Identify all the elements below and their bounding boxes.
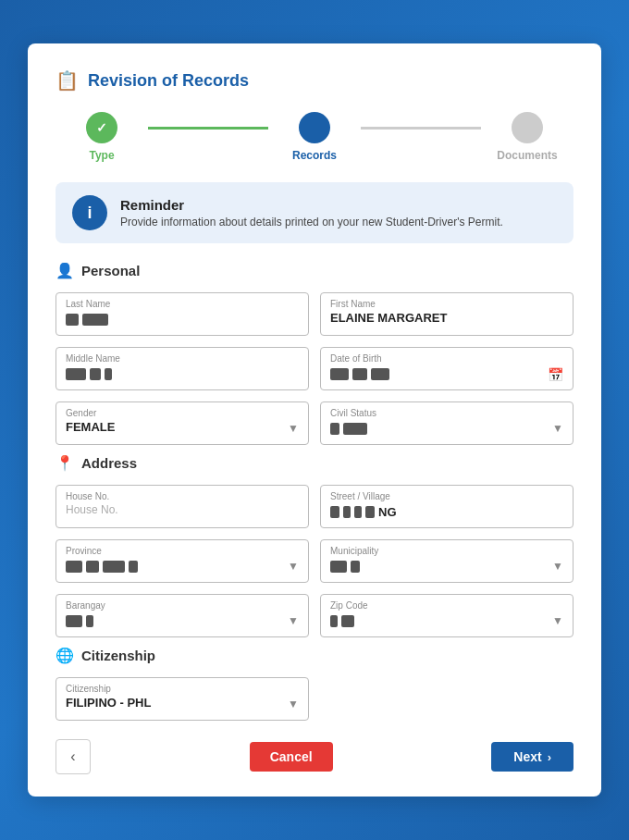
citizenship-chevron-icon: ▼ <box>288 698 299 710</box>
redacted-block <box>66 561 82 573</box>
barangay-field[interactable]: Barangay ▼ <box>56 594 309 637</box>
redacted-block <box>105 368 112 380</box>
next-label: Next <box>513 749 541 764</box>
dob-label: Date of Birth <box>330 353 563 364</box>
step-type-label: Type <box>89 149 114 162</box>
redacted-block <box>90 368 101 380</box>
card-title: Revision of Records <box>88 71 249 91</box>
citizenship-title: Citizenship <box>81 648 155 663</box>
gender-label: Gender <box>66 408 299 418</box>
gender-field[interactable]: Gender FEMALE ▼ <box>56 401 309 445</box>
dob-value <box>330 365 563 382</box>
citizenship-grid: Citizenship FILIPINO - PHL ▼ <box>56 677 574 721</box>
last-name-field: Last Name <box>56 292 309 336</box>
step-documents-label: Documents <box>497 149 557 162</box>
stepper: ✓ Type Records Documents <box>56 112 574 162</box>
last-name-label: Last Name <box>66 299 299 309</box>
street-label: Street / Village <box>330 491 563 501</box>
first-name-value: ELAINE MARGARET <box>330 311 563 327</box>
main-card: 📋 Revision of Records ✓ Type Records Doc… <box>28 43 601 797</box>
address-section: 📍 Address House No. House No. Street / V… <box>56 454 574 637</box>
footer: ‹ Cancel Next › <box>56 739 574 774</box>
redacted-block <box>66 368 86 380</box>
municipality-value <box>330 558 563 574</box>
next-button[interactable]: Next › <box>491 742 574 772</box>
municipality-field[interactable]: Municipality ▼ <box>320 539 574 583</box>
citizenship-value: FILIPINO - PHL <box>66 696 299 712</box>
gender-chevron-icon: ▼ <box>288 422 299 435</box>
redacted-block <box>129 561 138 573</box>
redacted-block <box>365 506 375 518</box>
personal-section-header: 👤 Personal <box>56 262 574 279</box>
card-header: 📋 Revision of Records <box>56 69 574 92</box>
municipality-label: Municipality <box>330 546 563 556</box>
zip-code-label: Zip Code <box>330 600 563 611</box>
redacted-block <box>343 506 351 518</box>
redacted-block <box>330 561 347 573</box>
gender-value: FEMALE <box>66 420 299 437</box>
personal-icon: 👤 <box>56 262 74 279</box>
reminder-content: Reminder Provide information about detai… <box>120 197 503 229</box>
citizenship-field[interactable]: Citizenship FILIPINO - PHL ▼ <box>56 677 309 721</box>
citizenship-label: Citizenship <box>66 684 299 694</box>
house-no-label: House No. <box>66 491 299 501</box>
cancel-button[interactable]: Cancel <box>250 742 333 772</box>
municipality-chevron-icon: ▼ <box>552 560 563 573</box>
street-field[interactable]: Street / Village NG <box>320 485 574 528</box>
civil-status-field[interactable]: Civil Status ▼ <box>320 401 574 445</box>
province-chevron-icon: ▼ <box>288 560 299 573</box>
calendar-icon[interactable]: 📅 <box>548 367 563 382</box>
redacted-block <box>82 314 108 326</box>
redacted-block <box>351 561 360 573</box>
first-name-field: First Name ELAINE MARGARET <box>320 292 574 336</box>
civil-status-chevron-icon: ▼ <box>552 422 563 435</box>
barangay-label: Barangay <box>66 600 299 611</box>
dob-field[interactable]: Date of Birth 📅 <box>320 347 574 390</box>
reminder-box: i Reminder Provide information about det… <box>56 182 574 243</box>
redacted-block <box>66 314 79 326</box>
last-name-value <box>66 311 299 327</box>
citizenship-icon: 🌐 <box>56 647 74 664</box>
redacted-block <box>330 506 339 518</box>
zip-code-field[interactable]: Zip Code ▼ <box>320 594 574 637</box>
personal-grid: Last Name First Name ELAINE MARGARET Mid… <box>56 292 574 445</box>
zip-code-chevron-icon: ▼ <box>552 614 563 627</box>
step-line-2 <box>361 127 481 130</box>
redacted-block <box>66 615 82 627</box>
street-suffix: NG <box>378 505 397 519</box>
step-documents-circle <box>512 112 543 143</box>
step-records-circle <box>299 112 330 143</box>
step-type-circle: ✓ <box>86 112 117 143</box>
civil-status-value <box>330 420 563 437</box>
redacted-block <box>352 368 367 380</box>
middle-name-label: Middle Name <box>66 353 299 364</box>
address-section-header: 📍 Address <box>56 454 574 472</box>
redacted-block <box>354 506 362 518</box>
redacted-block <box>103 561 125 573</box>
province-field[interactable]: Province ▼ <box>56 539 309 583</box>
redacted-block <box>371 368 389 380</box>
zip-code-value <box>330 612 563 629</box>
back-button[interactable]: ‹ <box>56 739 91 774</box>
house-no-value: House No. <box>66 503 299 520</box>
middle-name-field: Middle Name <box>56 347 309 390</box>
step-line-1 <box>148 127 268 130</box>
reminder-icon: i <box>72 195 107 230</box>
address-grid: House No. House No. Street / Village NG … <box>56 485 574 637</box>
redacted-block <box>343 423 367 435</box>
house-no-field[interactable]: House No. House No. <box>56 485 309 528</box>
redacted-block <box>341 615 354 627</box>
header-icon: 📋 <box>56 69 79 92</box>
step-records: Records <box>268 112 361 162</box>
redacted-block <box>330 423 339 435</box>
redacted-block <box>86 615 93 627</box>
personal-title: Personal <box>81 263 140 278</box>
address-icon: 📍 <box>56 454 74 472</box>
civil-status-label: Civil Status <box>330 408 563 418</box>
middle-name-value <box>66 365 299 382</box>
step-type: ✓ Type <box>56 112 148 162</box>
redacted-block <box>330 368 349 380</box>
citizenship-section: 🌐 Citizenship Citizenship FILIPINO - PHL… <box>56 647 574 721</box>
barangay-value <box>66 612 299 629</box>
barangay-chevron-icon: ▼ <box>288 614 299 627</box>
